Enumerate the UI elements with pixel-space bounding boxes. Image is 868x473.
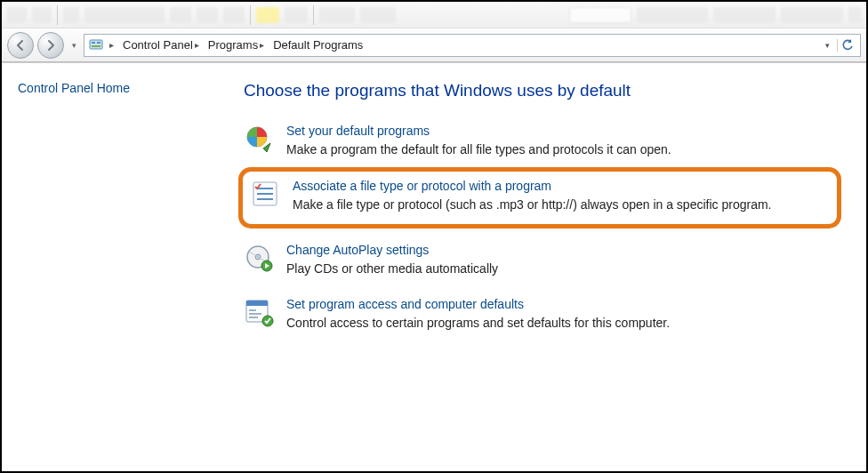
page-heading: Choose the programs that Windows uses by… (237, 81, 845, 100)
forward-button[interactable] (37, 32, 64, 59)
option-desc: Play CDs or other media automatically (286, 261, 838, 277)
option-link[interactable]: Set program access and computer defaults (286, 297, 838, 311)
svg-rect-1 (92, 42, 95, 44)
option-link[interactable]: Change AutoPlay settings (286, 243, 838, 257)
svg-rect-14 (246, 301, 268, 306)
address-dropdown-icon[interactable]: ▾ (822, 41, 833, 50)
svg-rect-3 (92, 45, 100, 47)
default-programs-icon (244, 124, 274, 154)
breadcrumb-programs[interactable]: Programs ▸ (205, 35, 268, 56)
address-bar[interactable]: ▸ Control Panel ▸ Programs ▸ Default Pro… (84, 34, 861, 57)
highlight-callout: Associate a file type or protocol with a… (238, 167, 841, 228)
svg-rect-17 (249, 317, 258, 318)
svg-rect-0 (90, 40, 102, 49)
option-set-default-programs: Set your default programs Make a program… (237, 116, 845, 171)
option-desc: Make a file type or protocol (such as .m… (293, 196, 828, 213)
breadcrumb-root-chevron[interactable]: ▸ (106, 35, 117, 56)
program-access-icon (244, 297, 274, 327)
back-button[interactable] (7, 32, 34, 59)
svg-rect-16 (249, 313, 261, 315)
chevron-right-icon: ▸ (195, 40, 199, 50)
option-program-access-defaults: Set program access and computer defaults… (237, 290, 845, 344)
breadcrumb-control-panel[interactable]: Control Panel ▸ (119, 35, 203, 56)
main-content: Choose the programs that Windows uses by… (233, 63, 866, 473)
option-associate-file-type: Associate a file type or protocol with a… (250, 179, 828, 213)
option-desc: Make a program the default for all file … (286, 141, 838, 158)
associate-icon (250, 179, 280, 209)
breadcrumb-label: Programs (208, 38, 258, 52)
sidebar: Control Panel Home (2, 63, 233, 473)
ribbon-toolbar (2, 2, 866, 28)
option-link[interactable]: Associate a file type or protocol with a… (293, 179, 828, 193)
nav-history-dropdown[interactable]: ▾ (68, 33, 80, 58)
control-panel-icon (88, 37, 104, 53)
chevron-right-icon: ▸ (260, 40, 264, 50)
breadcrumb-label: Default Programs (273, 38, 363, 52)
option-link[interactable]: Set your default programs (286, 124, 838, 138)
autoplay-icon (244, 243, 274, 273)
navigation-bar: ▾ ▸ Control Panel ▸ Programs ▸ Default P… (2, 28, 866, 62)
breadcrumb-label: Control Panel (123, 38, 193, 52)
control-panel-home-link[interactable]: Control Panel Home (18, 81, 130, 95)
refresh-button[interactable] (837, 39, 856, 52)
breadcrumb-default-programs[interactable]: Default Programs (269, 35, 366, 56)
option-desc: Control access to certain programs and s… (286, 315, 838, 332)
svg-rect-2 (97, 42, 100, 44)
svg-rect-15 (249, 309, 256, 311)
option-autoplay-settings: Change AutoPlay settings Play CDs or oth… (237, 236, 845, 290)
